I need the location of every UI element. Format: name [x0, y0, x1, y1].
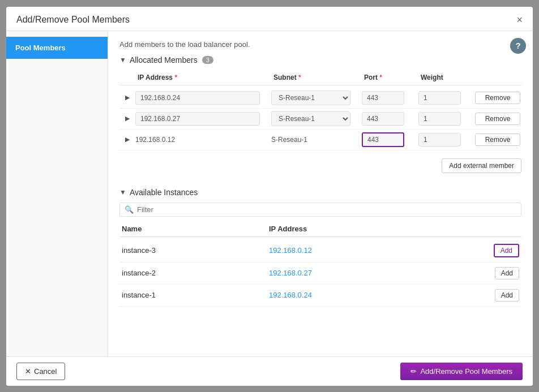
- list-item: instance-2 192.168.0.27 Add: [119, 262, 521, 285]
- subnet-field-2: S-Reseau-1: [271, 111, 362, 126]
- close-button[interactable]: ×: [516, 15, 523, 25]
- modal-overlay: Add/Remove Pool Members × Pool Members ?…: [0, 0, 539, 392]
- expand-row-1-button[interactable]: ▶: [119, 94, 135, 101]
- sidebar-item-pool-members[interactable]: Pool Members: [6, 37, 108, 59]
- name-col-header: Name: [119, 223, 267, 234]
- instance-name-2: instance-2: [119, 268, 267, 278]
- instance-name-1: instance-1: [119, 290, 267, 300]
- ip-input-1[interactable]: [135, 91, 260, 105]
- subnet-field-3: S-Reseau-1: [271, 135, 362, 144]
- weight-input-1[interactable]: [418, 91, 461, 105]
- modal-title: Add/Remove Pool Members: [16, 15, 130, 25]
- ip-field-3: 192.168.0.12: [135, 135, 271, 144]
- port-field-2: [362, 112, 418, 126]
- intro-text: Add members to the load balancer pool.: [119, 40, 521, 49]
- port-required-star: *: [379, 74, 382, 81]
- weight-field-1: [418, 91, 475, 105]
- instance-ip-1: 192.168.0.24: [267, 290, 414, 300]
- instance-ip-3: 192.168.0.12: [267, 245, 414, 256]
- table-row: ▶ 192.168.0.12 S-Reseau-1: [119, 130, 521, 150]
- modal-footer: ✕ Cancel ✏ Add/Remove Pool Members: [6, 356, 533, 386]
- available-section-label: Available Instances: [130, 188, 198, 197]
- chevron-down-icon: ▼: [119, 56, 126, 64]
- filter-row: 🔍: [119, 203, 521, 217]
- action-col-header: [475, 72, 520, 83]
- ip-required-star: *: [174, 74, 177, 81]
- sidebar: Pool Members: [6, 31, 108, 356]
- clearfix: Add external member: [119, 155, 521, 179]
- search-icon: 🔍: [125, 205, 134, 214]
- table-row: ▶ S-Reseau-1: [119, 109, 521, 130]
- modal-header: Add/Remove Pool Members ×: [6, 7, 533, 31]
- main-content: ? Add members to the load balancer pool.…: [108, 31, 533, 356]
- subnet-select-2[interactable]: S-Reseau-1: [271, 111, 350, 126]
- weight-field-3: [418, 133, 475, 147]
- expand-col-header: [119, 72, 135, 83]
- allocated-badge: 3: [202, 56, 213, 64]
- help-icon: ?: [515, 41, 520, 50]
- expand-row-2-button[interactable]: ▶: [119, 115, 135, 122]
- port-input-2[interactable]: [362, 112, 404, 126]
- ip-col-header-instances: IP Address: [267, 223, 414, 234]
- expand-row-3-button[interactable]: ▶: [119, 136, 135, 143]
- list-item: instance-1 192.168.0.24 Add: [119, 285, 521, 307]
- filter-input[interactable]: [137, 205, 516, 214]
- modal: Add/Remove Pool Members × Pool Members ?…: [6, 7, 533, 386]
- port-field-3: [362, 132, 418, 147]
- pencil-icon: ✏: [410, 367, 417, 376]
- available-section: ▼ Available Instances 🔍 Name IP Address: [119, 188, 521, 307]
- subnet-select-1[interactable]: S-Reseau-1: [271, 91, 350, 105]
- add-instance-1-button[interactable]: Add: [495, 289, 519, 301]
- table-row: ▶ S-Reseau-1: [119, 88, 521, 109]
- ip-field-1: [135, 91, 271, 105]
- submit-button[interactable]: ✏ Add/Remove Pool Members: [400, 363, 523, 380]
- cancel-icon: ✕: [25, 367, 31, 376]
- add-instance-2-button[interactable]: Add: [495, 267, 519, 279]
- modal-body: Pool Members ? Add members to the load b…: [6, 31, 533, 356]
- action-col-header-instances: [414, 223, 521, 234]
- instances-table-header: Name IP Address: [119, 221, 521, 237]
- add-external-member-button[interactable]: Add external member: [442, 158, 521, 173]
- ip-input-2[interactable]: [135, 112, 260, 126]
- ip-text-3: 192.168.0.12: [135, 135, 175, 145]
- port-input-3[interactable]: [362, 132, 404, 147]
- allocated-section-label: Allocated Members: [130, 55, 198, 64]
- cancel-button[interactable]: ✕ Cancel: [16, 363, 65, 380]
- subnet-text-3: S-Reseau-1: [271, 135, 307, 145]
- subnet-required-star: *: [298, 74, 301, 81]
- allocated-table-header: IP Address * Subnet * Port * Weight: [119, 70, 521, 85]
- weight-col-header: Weight: [418, 72, 475, 83]
- allocated-table: IP Address * Subnet * Port * Weight: [119, 70, 521, 150]
- allocated-section-header: ▼ Allocated Members 3: [119, 55, 521, 64]
- weight-field-2: [418, 112, 475, 126]
- subnet-field-1: S-Reseau-1: [271, 91, 362, 105]
- subnet-col-header: Subnet *: [271, 72, 362, 83]
- ip-field-2: [135, 112, 271, 126]
- port-col-header: Port *: [362, 72, 418, 83]
- ip-col-header: IP Address *: [135, 72, 271, 83]
- weight-input-2[interactable]: [418, 112, 461, 126]
- available-section-header: ▼ Available Instances: [119, 188, 521, 197]
- remove-row-1-button[interactable]: Remove: [475, 92, 520, 104]
- remove-row-2-button[interactable]: Remove: [475, 113, 520, 125]
- add-instance-3-button[interactable]: Add: [494, 244, 519, 257]
- weight-input-3[interactable]: [418, 133, 461, 147]
- instance-ip-2: 192.168.0.27: [267, 268, 414, 278]
- port-input-1[interactable]: [362, 91, 404, 105]
- port-field-1: [362, 91, 418, 105]
- help-button[interactable]: ?: [510, 38, 526, 54]
- available-chevron-icon: ▼: [119, 188, 126, 196]
- sidebar-item-label: Pool Members: [15, 44, 66, 52]
- list-item: instance-3 192.168.0.12 Add: [119, 239, 521, 262]
- instance-name-3: instance-3: [119, 245, 267, 256]
- remove-row-3-button[interactable]: Remove: [475, 133, 520, 146]
